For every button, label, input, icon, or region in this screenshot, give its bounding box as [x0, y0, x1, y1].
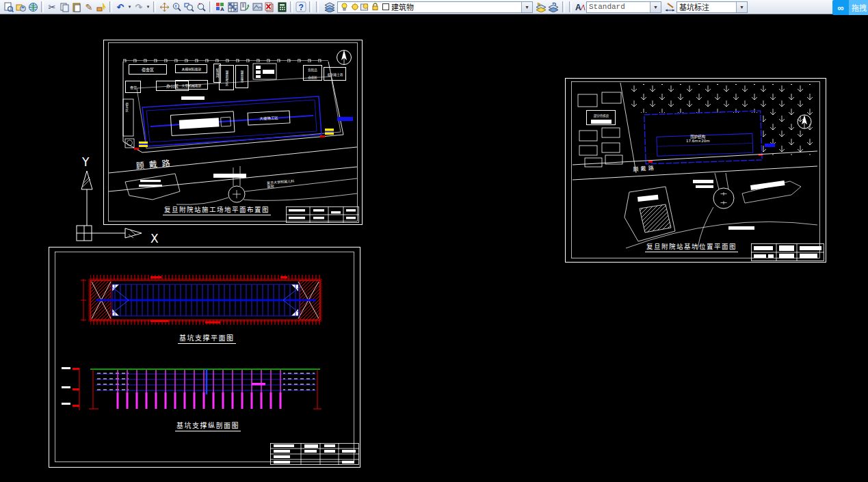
area-parking: 停车区: [124, 103, 135, 126]
freeze-icon[interactable]: [350, 3, 359, 12]
pit-label: 围护结构 17.6m×20m: [686, 135, 710, 143]
toolbar-separator: [153, 1, 156, 12]
sheet-pit-location: 部分待拆房 围护结构 17.6m×20m 顾戴路 复旦附院站基坑位置平面图: [564, 77, 827, 263]
area-canteen: 食堂: [125, 81, 141, 93]
area-temp-soil: 临时堆土场: [324, 67, 346, 81]
redo-icon[interactable]: ↷: [133, 1, 145, 13]
chevron-down-icon[interactable]: ▼: [521, 2, 532, 12]
top-toolbar: ✂ ✎ ↶ ▾ ↷ ▾ ± A: [0, 0, 868, 14]
zoom-previous-icon[interactable]: [195, 1, 207, 13]
toolbar-separator: [109, 1, 112, 12]
baidu-netdisk-icon[interactable]: ∞: [832, 0, 849, 15]
svg-text:?: ?: [299, 3, 304, 12]
area-hazardous: 危险品 仓库区: [303, 65, 322, 81]
print-preview-icon[interactable]: [2, 1, 14, 13]
erase-icon[interactable]: [263, 1, 276, 13]
demolition-label-box: 部分待拆房: [586, 110, 616, 125]
toolbar-separator: [569, 1, 572, 12]
ucs-x-label: X: [150, 232, 159, 244]
layer-color-swatch[interactable]: [381, 3, 390, 12]
layer-properties-manager-icon[interactable]: [226, 1, 239, 13]
sheet-pit-support: 基坑支撑平面图 基坑支撑纵剖面图: [48, 246, 361, 468]
publish-icon[interactable]: [14, 1, 27, 13]
match-properties-icon[interactable]: [95, 1, 107, 13]
baidu-netdisk-overlay[interactable]: ∞ 拖拽: [832, 0, 868, 15]
area-main-building: 大楼施工区: [248, 110, 291, 125]
drawing-canvas[interactable]: Y X: [0, 15, 868, 482]
toolbar-separator: [562, 1, 565, 12]
undo-dropdown-icon[interactable]: ▾: [127, 1, 133, 13]
chevron-down-icon[interactable]: ▼: [650, 2, 661, 12]
toolbar-separator: [316, 1, 319, 12]
dim-style-icon[interactable]: [664, 1, 676, 13]
web-icon[interactable]: [27, 1, 39, 13]
toolbar-separator: [41, 1, 44, 12]
redo-dropdown-icon[interactable]: ▾: [145, 1, 151, 13]
svg-text:A: A: [575, 3, 581, 12]
cut-icon[interactable]: ✂: [46, 1, 58, 13]
layers-icon[interactable]: [324, 1, 336, 13]
baidu-netdisk-label[interactable]: 拖拽: [849, 0, 868, 15]
sheet-title: 复旦附院站施工场地平面布置图: [163, 204, 271, 215]
undo-icon[interactable]: ↶: [114, 1, 127, 13]
render-icon[interactable]: [251, 1, 263, 13]
area-machinery: 大型机械堆放: [175, 80, 208, 90]
zoom-realtime-icon[interactable]: ±: [170, 1, 183, 13]
area-dormitory: 宿舍区: [129, 64, 167, 75]
calculator-icon[interactable]: [276, 1, 288, 13]
toolbar-separator: [209, 1, 212, 12]
svg-text:±: ±: [174, 3, 177, 8]
area-wood-material: 木模材料堆放: [175, 64, 207, 73]
pan-icon[interactable]: [158, 1, 170, 13]
pit-location-drawing: [564, 77, 827, 263]
zoom-window-icon[interactable]: [183, 1, 195, 13]
paste-icon[interactable]: [70, 1, 83, 13]
toolbar-separator: [309, 1, 312, 12]
toolbar-separator: [290, 1, 293, 12]
text-style-dropdown[interactable]: Standard ▼: [586, 1, 661, 13]
area-rebar-fabrication: 钢筋制作区: [219, 65, 234, 90]
layer-previous-icon[interactable]: [547, 1, 560, 13]
text-style-icon[interactable]: A: [574, 1, 586, 13]
cad-application-window: ✂ ✎ ↶ ▾ ↷ ▾ ± A: [0, 0, 868, 482]
section-title: 基坑支撑纵剖面图: [175, 420, 241, 431]
lock-icon[interactable]: [371, 3, 380, 12]
chevron-down-icon[interactable]: ▼: [736, 2, 747, 12]
layer-dropdown[interactable]: 建筑物 ▼: [337, 1, 533, 13]
svg-text:A: A: [220, 6, 224, 12]
area-rebar-storage: 钢筋堆场: [235, 65, 248, 88]
copy-icon[interactable]: [58, 1, 70, 13]
text-style-value: Standard: [589, 3, 650, 11]
ucs-y-label: Y: [81, 155, 90, 169]
dim-style-value: 基坑标注: [679, 1, 736, 12]
make-object-layer-current-icon[interactable]: [535, 1, 547, 13]
pit-support-drawing: [48, 246, 361, 468]
sheet-title: 复旦附院站基坑位置平面图: [645, 241, 738, 252]
plan-title: 基坑支撑平面图: [178, 332, 236, 344]
viewport-freeze-icon[interactable]: [360, 3, 369, 12]
road-label: 顾戴路: [633, 163, 656, 173]
properties-icon[interactable]: A: [214, 1, 226, 13]
dim-style-dropdown[interactable]: 基坑标注 ▼: [676, 1, 748, 13]
design-center-icon[interactable]: [239, 1, 251, 13]
layer-dropdown-value: 建筑物: [391, 1, 521, 12]
sheet-site-layout: 宿舍区 食堂 办公区 木模材料堆放 大型机械堆放 配电间 钢筋制作区 钢筋堆场 …: [103, 39, 363, 226]
bulb-icon[interactable]: [340, 3, 349, 12]
help-icon[interactable]: ?: [295, 1, 307, 13]
format-painter-icon[interactable]: ✎: [83, 1, 95, 13]
